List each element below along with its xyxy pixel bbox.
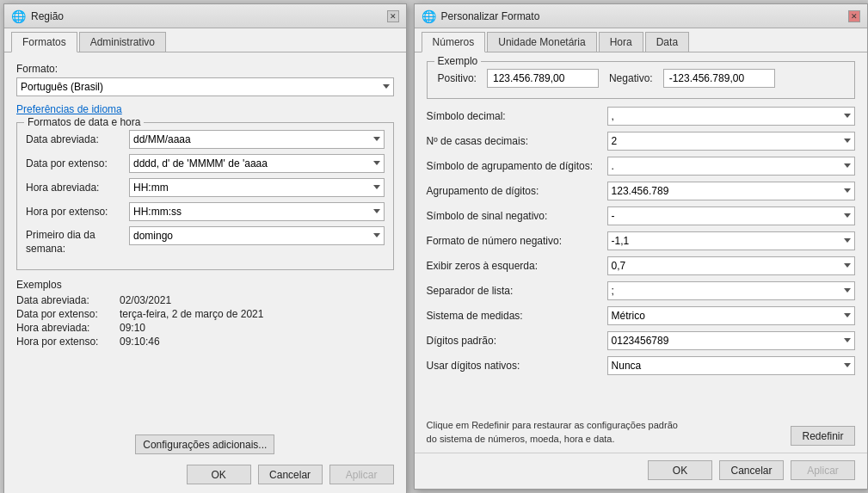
right-close-button[interactable]: ✕ bbox=[848, 10, 860, 22]
abbreviated-time-label: Hora abreviada: bbox=[26, 182, 129, 194]
settings-row-7: Separador de lista: ; bbox=[427, 280, 855, 301]
negative-sign-select[interactable]: - bbox=[607, 206, 855, 225]
bottom-note: Clique em Redefinir para restaurar as co… bbox=[427, 419, 678, 446]
leading-zeros-select[interactable]: 0,7 bbox=[607, 256, 855, 275]
settings-label-8: Sistema de medidas: bbox=[427, 310, 607, 322]
bottom-note-line2: do sistema de números, moeda, hora e dat… bbox=[427, 434, 615, 444]
left-title-controls: ✕ bbox=[387, 10, 399, 22]
digit-grouping-select[interactable]: 123.456.789 bbox=[607, 182, 855, 200]
left-cancel-button[interactable]: Cancelar bbox=[258, 465, 323, 484]
settings-label-2: Símbolo de agrupamento de dígitos: bbox=[427, 160, 607, 172]
language-preferences-link[interactable]: Preferências de idioma bbox=[16, 103, 122, 115]
example-key-2: Hora abreviada: bbox=[16, 322, 120, 334]
abbreviated-date-select[interactable]: dd/MM/aaaa bbox=[129, 130, 385, 149]
abbreviated-time-row: Hora abreviada: HH:mm bbox=[26, 178, 385, 197]
group-title: Formatos de data e hora bbox=[24, 116, 144, 128]
full-time-label: Hora por extenso: bbox=[26, 206, 129, 218]
settings-row-9: Dígitos padrão: 0123456789 bbox=[427, 330, 855, 351]
settings-label-9: Dígitos padrão: bbox=[427, 335, 607, 347]
positive-label: Positivo: bbox=[438, 72, 477, 84]
example-val-1: terça-feira, 2 de março de 2021 bbox=[120, 308, 263, 320]
tab-administrativo[interactable]: Administrativo bbox=[79, 32, 166, 52]
example-val-2: 09:10 bbox=[120, 322, 145, 334]
personalizar-icon: 🌐 bbox=[422, 9, 436, 23]
full-time-select[interactable]: HH:mm:ss bbox=[129, 202, 385, 221]
tab-data[interactable]: Data bbox=[645, 32, 689, 52]
right-cancel-button[interactable]: Cancelar bbox=[719, 460, 784, 480]
right-title-controls: ✕ bbox=[848, 10, 860, 22]
right-tab-bar: Números Unidade Monetária Hora Data bbox=[415, 28, 867, 52]
example-row-1: Data por extenso: terça-feira, 2 de març… bbox=[16, 308, 394, 320]
left-title-left: 🌐 Região bbox=[11, 9, 64, 23]
full-date-row: Data por extenso: dddd, d' de 'MMMM' de … bbox=[26, 154, 385, 173]
settings-row-4: Símbolo de sinal negativo: - bbox=[427, 206, 855, 226]
example-box: Exemplo Positivo: 123.456.789,00 Negativ… bbox=[427, 61, 855, 99]
left-close-button[interactable]: ✕ bbox=[387, 10, 399, 22]
date-time-formats-group: Formatos de data e hora Data abreviada: … bbox=[16, 122, 394, 270]
settings-row-2: Símbolo de agrupamento de dígitos: . bbox=[427, 156, 855, 176]
settings-label-6: Exibir zeros à esquerda: bbox=[427, 260, 607, 272]
list-separator-select[interactable]: ; bbox=[607, 281, 855, 300]
settings-label-4: Símbolo de sinal negativo: bbox=[427, 210, 607, 222]
tab-numeros[interactable]: Números bbox=[422, 32, 486, 52]
right-title-left: 🌐 Personalizar Formato bbox=[422, 9, 540, 23]
example-group-title: Exemplo bbox=[434, 55, 482, 67]
redefine-button[interactable]: Redefinir bbox=[791, 426, 855, 446]
right-bottom-buttons: Redefinir bbox=[791, 426, 855, 446]
format-dropdown-area: Português (Brasil) bbox=[16, 77, 394, 103]
example-inline-row: Positivo: 123.456.789,00 Negativo: -123.… bbox=[438, 69, 844, 88]
bottom-note-line1: Clique em Redefinir para restaurar as co… bbox=[427, 420, 678, 430]
left-bottom-buttons: OK Cancelar Aplicar bbox=[4, 459, 406, 493]
format-label: Formato: bbox=[16, 63, 394, 75]
decimal-places-select[interactable]: 2 bbox=[607, 132, 855, 151]
settings-label-1: Nº de casas decimais: bbox=[427, 135, 607, 147]
left-ok-button[interactable]: OK bbox=[187, 465, 251, 484]
example-val-3: 09:10:46 bbox=[120, 336, 160, 348]
examples-section: Exemplos Data abreviada: 02/03/2021 Data… bbox=[16, 279, 394, 348]
format-select[interactable]: Português (Brasil) bbox=[16, 77, 394, 96]
negative-format-select[interactable]: -1,1 bbox=[607, 231, 855, 250]
full-date-select[interactable]: dddd, d' de 'MMMM' de 'aaaa bbox=[129, 154, 385, 173]
full-date-label: Data por extenso: bbox=[26, 157, 129, 169]
settings-row-1: Nº de casas decimais: 2 bbox=[427, 131, 855, 151]
right-settings: Símbolo decimal: , Nº de casas decimais:… bbox=[415, 106, 867, 416]
tab-hora[interactable]: Hora bbox=[599, 32, 643, 52]
settings-label-3: Agrupamento de dígitos: bbox=[427, 185, 607, 197]
right-action-buttons: OK Cancelar Aplicar bbox=[415, 453, 867, 489]
example-key-1: Data por extenso: bbox=[16, 308, 120, 320]
example-row-3: Hora por extenso: 09:10:46 bbox=[16, 336, 394, 348]
decimal-symbol-select[interactable]: , bbox=[607, 107, 855, 126]
additional-config-button[interactable]: Configurações adicionais... bbox=[135, 434, 274, 454]
examples-title: Exemplos bbox=[16, 279, 394, 291]
settings-row-6: Exibir zeros à esquerda: 0,7 bbox=[427, 256, 855, 276]
right-bottom-area: Clique em Redefinir para restaurar as co… bbox=[415, 416, 867, 453]
negative-value: -123.456.789,00 bbox=[663, 69, 775, 88]
left-apply-button[interactable]: Aplicar bbox=[329, 465, 394, 484]
grouping-symbol-select[interactable]: . bbox=[607, 157, 855, 176]
settings-row-8: Sistema de medidas: Métrico bbox=[427, 305, 855, 326]
settings-row-3: Agrupamento de dígitos: 123.456.789 bbox=[427, 181, 855, 201]
settings-label-7: Separador de lista: bbox=[427, 285, 607, 297]
native-digits-select[interactable]: Nunca bbox=[607, 356, 855, 375]
left-config-button-row: Configurações adicionais... bbox=[4, 429, 406, 459]
settings-row-5: Formato de número negativo: -1,1 bbox=[427, 231, 855, 251]
measurement-system-select[interactable]: Métrico bbox=[607, 306, 855, 325]
first-day-select[interactable]: domingo bbox=[129, 226, 385, 245]
left-window-title: Região bbox=[31, 10, 64, 22]
right-window-title: Personalizar Formato bbox=[441, 10, 540, 22]
settings-label-0: Símbolo decimal: bbox=[427, 110, 607, 122]
negative-label: Negativo: bbox=[609, 72, 653, 84]
right-ok-button[interactable]: OK bbox=[648, 460, 712, 480]
tab-unidade-monetaria[interactable]: Unidade Monetária bbox=[487, 32, 596, 52]
right-apply-button[interactable]: Aplicar bbox=[791, 460, 855, 480]
right-window: 🌐 Personalizar Formato ✕ Números Unidade… bbox=[414, 3, 868, 490]
settings-row-10: Usar dígitos nativos: Nunca bbox=[427, 355, 855, 376]
abbreviated-time-select[interactable]: HH:mm bbox=[129, 178, 385, 197]
example-row-0: Data abreviada: 02/03/2021 bbox=[16, 294, 394, 306]
right-title-bar: 🌐 Personalizar Formato ✕ bbox=[415, 4, 867, 28]
default-digits-select[interactable]: 0123456789 bbox=[607, 331, 855, 350]
example-val-0: 02/03/2021 bbox=[120, 294, 171, 306]
abbreviated-date-row: Data abreviada: dd/MM/aaaa bbox=[26, 130, 385, 149]
tab-formatos[interactable]: Formatos bbox=[11, 32, 77, 52]
left-content: Formato: Português (Brasil) Preferências… bbox=[4, 52, 406, 429]
